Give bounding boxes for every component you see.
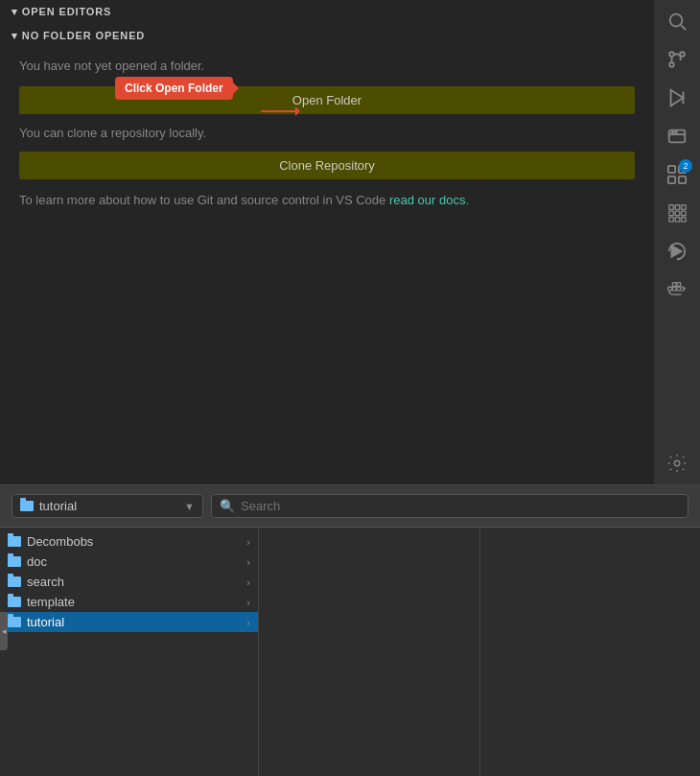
no-folder-label: ▾ NO FOLDER OPENED: [12, 30, 145, 42]
docker-activity-icon[interactable]: [664, 276, 690, 303]
no-folder-content: You have not yet opened a folder. Open F…: [0, 48, 654, 210]
docs-text: To learn more about how to use Git and s…: [19, 191, 635, 210]
folder-item-template[interactable]: template ›: [0, 592, 258, 612]
play-circle-activity-icon[interactable]: [664, 238, 690, 265]
svg-rect-20: [682, 211, 687, 216]
svg-point-0: [670, 14, 683, 27]
file-list-left: Decombobs › doc › search › template › tu…: [0, 528, 259, 776]
chevron-search: ›: [246, 576, 250, 588]
svg-rect-17: [682, 205, 687, 210]
open-editors-label: ▾ OPEN EDITORS: [12, 6, 111, 18]
svg-rect-19: [675, 211, 680, 216]
svg-rect-14: [679, 176, 686, 183]
collapse-handle[interactable]: ◂: [0, 612, 8, 650]
search-activity-icon[interactable]: [664, 8, 690, 35]
svg-rect-15: [669, 205, 674, 210]
file-list-right: [480, 528, 701, 776]
folder-selector-icon: [20, 501, 34, 511]
chevron-doc: ›: [246, 556, 250, 568]
folder-icon-tutorial: [8, 617, 21, 627]
svg-rect-23: [682, 218, 687, 223]
tooltip-open-folder: Click Open Folder: [115, 77, 233, 100]
remote-activity-icon[interactable]: [664, 123, 690, 150]
chevron-decombobs: ›: [246, 536, 250, 548]
extensions-activity-icon[interactable]: 2: [664, 161, 690, 188]
svg-point-4: [669, 62, 674, 67]
folder-name-template: template: [27, 595, 75, 609]
svg-marker-5: [671, 90, 684, 106]
svg-rect-13: [668, 176, 675, 183]
no-folder-section: ▾ NO FOLDER OPENED: [0, 24, 654, 48]
folder-icon-decombobs: [8, 536, 21, 547]
folder-item-tutorial[interactable]: tutorial ›: [0, 612, 258, 632]
file-picker-header: tutorial ▼ 🔍: [0, 485, 700, 528]
svg-rect-16: [675, 205, 680, 210]
no-folder-text: You have not yet opened a folder.: [19, 58, 635, 75]
folder-selector-chevron: ▼: [184, 501, 195, 512]
svg-rect-18: [669, 211, 674, 216]
svg-point-9: [672, 131, 674, 133]
file-picker-panel: ◂ tutorial ▼ 🔍 Decombobs › doc ›: [0, 484, 700, 776]
folder-icon-template: [8, 597, 21, 607]
run-activity-icon[interactable]: [664, 84, 690, 111]
svg-marker-24: [671, 245, 684, 259]
source-control-activity-icon[interactable]: [664, 46, 690, 73]
file-list-middle: [259, 528, 480, 776]
folder-name-doc: doc: [27, 554, 47, 569]
chevron-template: ›: [246, 597, 250, 608]
svg-point-10: [675, 131, 677, 133]
search-box[interactable]: 🔍: [211, 494, 688, 518]
open-editors-section: ▾ OPEN EDITORS: [0, 0, 654, 24]
svg-rect-29: [677, 283, 681, 287]
svg-point-2: [669, 52, 674, 57]
arrow-open-folder: [261, 110, 299, 112]
settings-activity-icon[interactable]: [664, 450, 690, 477]
svg-point-30: [674, 460, 680, 466]
folder-icon-search: [8, 576, 21, 587]
extensions-badge: 2: [679, 159, 692, 173]
svg-line-1: [681, 25, 686, 30]
folder-item-search[interactable]: search ›: [0, 572, 258, 592]
activity-bar: 2: [654, 0, 700, 484]
clone-repository-button[interactable]: Clone Repository: [19, 152, 635, 179]
folder-selector-text: tutorial: [39, 499, 178, 513]
explorer-panel: ▾ OPEN EDITORS ▾ NO FOLDER OPENED You ha…: [0, 0, 654, 484]
folder-name-tutorial: tutorial: [27, 615, 64, 629]
search-input[interactable]: [241, 499, 680, 513]
svg-rect-26: [672, 287, 676, 291]
svg-rect-28: [672, 283, 676, 287]
svg-rect-27: [677, 287, 681, 291]
file-list-container: Decombobs › doc › search › template › tu…: [0, 528, 700, 776]
folder-name-search: search: [27, 575, 64, 589]
folder-selector[interactable]: tutorial ▼: [12, 494, 203, 518]
folder-name-decombobs: Decombobs: [27, 534, 93, 549]
docs-link[interactable]: read our docs: [389, 193, 466, 207]
svg-rect-22: [675, 218, 680, 223]
search-box-icon: 🔍: [220, 499, 235, 513]
grid-activity-icon[interactable]: [664, 200, 690, 226]
svg-rect-11: [668, 166, 675, 173]
svg-rect-25: [668, 287, 672, 291]
folder-icon-doc: [8, 556, 21, 567]
folder-item-decombobs[interactable]: Decombobs ›: [0, 531, 258, 552]
chevron-tutorial: ›: [246, 617, 250, 628]
clone-text: You can clone a repository locally.: [19, 126, 635, 140]
folder-item-doc[interactable]: doc ›: [0, 552, 258, 572]
svg-rect-21: [669, 218, 674, 223]
vscode-panel: ▾ OPEN EDITORS ▾ NO FOLDER OPENED You ha…: [0, 0, 700, 484]
open-folder-button[interactable]: Open Folder: [19, 86, 635, 114]
